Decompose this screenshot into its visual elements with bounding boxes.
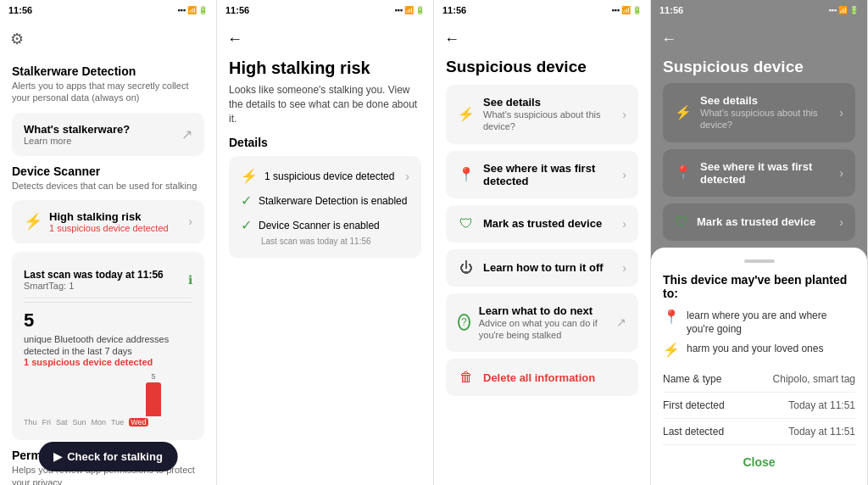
nav-bar-3: ← [434,20,650,58]
check-stalking-button[interactable]: ▶ Check for stalking [38,442,178,471]
external-link-icon: ↗ [181,126,192,142]
last-detected-label: Last detected [663,419,745,445]
wifi-icon-3: 📶 [621,6,631,14]
suspicious-device-title-4: Suspicious device [651,58,867,83]
first-detected-title: See where it was first detected [483,162,622,187]
planted-text-2: harm you and your loved ones [687,342,823,356]
bar-day-tue: Tue [111,418,124,426]
smart-tag: SmartTag: 1 [24,281,164,291]
status-icons-2: ▪▪▪ 📶 🔋 [394,6,425,14]
bt-count: 5 [24,309,192,332]
status-bar-1: 11:56 ▪▪▪ 📶 🔋 [0,0,216,20]
menu-trusted[interactable]: 🛡 Mark as trusted device › [446,205,638,242]
info-icon[interactable]: ℹ [188,273,192,287]
risk-sub: 1 suspicious device detected [49,223,169,233]
trash-icon: 🗑 [458,370,475,385]
menu-what-next[interactable]: ? Learn what to do next Advice on what y… [446,293,638,353]
location-icon: 📍 [458,166,475,182]
bt-desc: unique Bluetooth device addresses detect… [24,333,192,358]
sheet-title: This device may've been planted to: [663,273,855,300]
chevron-right-icon: › [188,215,192,228]
panel-3: 11:56 ▪▪▪ 📶 🔋 ← Suspicious device ⚡ See … [434,0,651,485]
back-button-2[interactable]: ← [227,31,242,48]
nav-bar-4: ← [651,20,867,58]
see-details-sub: What's suspicious about this device? [483,109,622,133]
external-link-icon-2: ↗ [616,315,626,329]
turn-off-title: Learn how to turn it off [483,261,604,274]
chevron-turn-off: › [622,261,626,275]
detail-text-3: Device Scanner is enabled [259,220,380,231]
detail-text-2: Stalkerware Detection is enabled [259,195,407,207]
dark-first-detected-title: See where it was first detected [700,160,839,186]
nav-bar-1: ⚙ [0,20,216,58]
gear-icon[interactable]: ⚙ [10,30,24,48]
high-risk-title: High stalking risk [217,58,433,83]
detail-row-1[interactable]: ⚡ 1 suspicious device detected › [241,168,409,184]
risk-card[interactable]: ⚡ High stalking risk 1 suspicious device… [12,200,204,243]
dark-chevron-2: › [839,166,843,180]
chevron-trusted: › [622,217,626,231]
name-type-label: Name & type [663,366,745,393]
name-type-value: Chipolo, smart tag [745,366,855,393]
planted-location-icon: 📍 [663,309,680,325]
battery-icon-2: 🔋 [415,6,425,14]
status-bar-3: 11:56 ▪▪▪ 📶 🔋 [434,0,650,20]
table-row-first: First detected Today at 11:51 [663,393,855,419]
high-risk-desc: Looks like someone's stalking you. View … [217,83,433,136]
what-next-title: Learn what to do next [479,304,616,317]
time-3: 11:56 [442,5,466,15]
planted-lightning-icon: ⚡ [663,342,680,358]
first-detected-label: First detected [663,393,745,419]
bar-rect-wed [146,382,161,416]
wifi-icon-4: 📶 [838,6,848,14]
signal-icon: ▪▪▪ [177,6,186,14]
first-detected-value: Today at 11:51 [745,393,855,419]
battery-icon-3: 🔋 [632,6,642,14]
detail-row-3: ✓ Device Scanner is enabled Last scan wa… [241,217,409,246]
signal-icon-4: ▪▪▪ [828,6,837,14]
menu-see-details[interactable]: ⚡ See details What's suspicious about th… [446,85,638,144]
learn-more[interactable]: Learn more [24,136,130,146]
detail-row-2: ✓ Stalkerware Detection is enabled [241,192,409,209]
bar-chart: 5 ThuFriSatSunMonTueWed [24,374,192,430]
back-button-4[interactable]: ← [661,31,676,48]
detail-card: ⚡ 1 suspicious device detected › ✓ Stalk… [229,156,421,258]
close-button[interactable]: Close [663,445,855,472]
battery-icon: 🔋 [198,6,208,14]
device-scanner-title: Device Scanner [12,164,204,178]
back-button-3[interactable]: ← [444,31,459,48]
status-icons-4: ▪▪▪ 📶 🔋 [828,6,859,14]
stalkerware-card[interactable]: What's stalkerware? Learn more ↗ [12,113,204,156]
menu-first-detected[interactable]: 📍 See where it was first detected › [446,151,638,198]
time-1: 11:56 [8,5,32,15]
chevron-first-detected: › [622,168,626,181]
dark-first-detected: 📍 See where it was first detected › [663,149,855,197]
shield-menu-icon: 🛡 [458,216,475,231]
lightning-icon: ⚡ [24,212,42,231]
bar-col-wed: 5 [146,372,161,416]
what-next-sub: Advice on what you can do if you're bein… [479,317,616,342]
bar-day-wed: Wed [129,418,147,426]
power-icon: ⏻ [458,260,475,276]
time-2: 11:56 [225,5,249,15]
chevron-see-details: › [622,108,626,121]
bar-day-mon: Mon [92,418,107,426]
whats-stalkerware: What's stalkerware? [24,123,130,136]
dark-chevron-1: › [839,106,843,120]
panel-4: 11:56 ▪▪▪ 📶 🔋 ← Suspicious device ⚡ See … [651,0,868,485]
last-detected-value: Today at 11:51 [745,419,855,445]
scan-footer: Last scan was today at 11:56 [241,237,409,246]
menu-delete[interactable]: 🗑 Delete all information [446,359,638,396]
bar-day-fri: Fri [42,418,52,426]
dark-see-details-title: See details [700,94,839,107]
check-icon-2: ✓ [241,217,252,233]
battery-icon-4: 🔋 [849,6,859,14]
panel-1-content: Stalkerware Detection Alerts you to apps… [0,58,216,485]
dark-chevron-3: › [839,215,843,229]
wifi-icon: 📶 [187,6,197,14]
bar-val-wed: 5 [151,372,155,381]
suspicious-device-title-3: Suspicious device [434,58,650,85]
nav-bar-2: ← [217,20,433,58]
menu-turn-off[interactable]: ⏻ Learn how to turn it off › [446,249,638,287]
panel-3-content: ⚡ See details What's suspicious about th… [434,85,650,485]
